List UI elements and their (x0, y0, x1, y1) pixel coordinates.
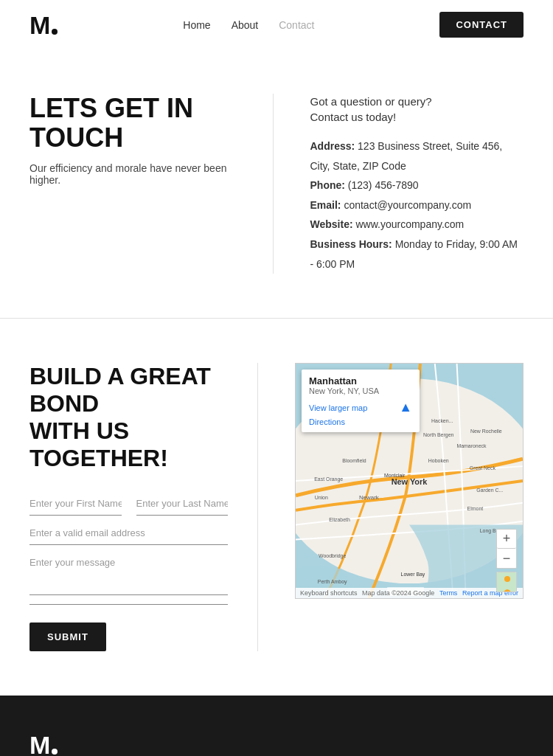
logo-dot (52, 29, 58, 35)
svg-text:Garden C...: Garden C... (476, 488, 503, 493)
map-footer: Keyboard shortcuts Map data ©2024 Google… (296, 588, 523, 598)
nav-links: Home About Contact (183, 19, 314, 31)
map-popup: Manhattan New York, NY, USA View larger … (302, 370, 420, 432)
submit-button[interactable]: SUBMIT (29, 623, 106, 651)
email-value: contact@yourcompany.com (344, 199, 471, 211)
zoom-out-button[interactable]: − (497, 549, 516, 568)
footer: M ADDRESS 123 Business Street, Suite 456… (0, 696, 553, 756)
map-popup-title: Manhattan (309, 375, 412, 386)
contact-hero-subtext: Our efficiency and morale have never bee… (29, 162, 243, 186)
svg-text:North Bergen: North Bergen (423, 433, 453, 439)
address-label: Address: (310, 140, 355, 152)
contact-info: Address: 123 Business Street, Suite 456,… (310, 136, 524, 274)
bond-heading: BUILD A GREAT BOND WITH US TOGETHER! (29, 363, 228, 471)
svg-text:Mamaroneck: Mamaroneck (456, 443, 487, 448)
email-field-wrap (29, 521, 228, 545)
logo: M (29, 13, 58, 38)
map-zoom-controls: + − (496, 529, 517, 569)
name-row (29, 492, 228, 516)
svg-text:Union: Union (315, 495, 328, 500)
hours-row: Business Hours: Monday to Friday, 9:00 A… (310, 235, 524, 274)
bond-left: BUILD A GREAT BOND WITH US TOGETHER! SUB… (29, 363, 258, 651)
zoom-in-button[interactable]: + (497, 530, 516, 549)
map-popup-actions: View larger map ▲ (309, 400, 412, 415)
svg-text:New Rochelle: New Rochelle (470, 429, 502, 434)
svg-rect-23 (497, 572, 517, 592)
first-name-input[interactable] (29, 492, 122, 516)
last-name-input[interactable] (136, 492, 229, 516)
footer-logo-dot (52, 749, 58, 755)
website-row: Website: www.yourcompany.com (310, 215, 524, 235)
svg-point-24 (504, 576, 510, 582)
map-data-text: Map data ©2024 Google (362, 589, 434, 597)
svg-text:Lower Bay: Lower Bay (401, 572, 425, 578)
svg-text:Hoboken: Hoboken (428, 458, 449, 463)
first-name-field (29, 492, 122, 516)
email-label: Email: (310, 199, 341, 211)
view-larger-map-link[interactable]: View larger map (309, 403, 367, 412)
svg-text:Bloomfield: Bloomfield (342, 458, 366, 463)
email-row: Email: contact@yourcompany.com (310, 195, 524, 215)
contact-form: SUBMIT (29, 492, 228, 651)
nav-contact[interactable]: Contact (279, 19, 314, 31)
address-row: Address: 123 Business Street, Suite 456,… (310, 136, 524, 176)
directions-icon[interactable]: ▲ (399, 400, 412, 415)
svg-text:New York: New York (392, 477, 428, 486)
email-input[interactable] (29, 521, 228, 545)
website-label: Website: (310, 218, 353, 230)
contact-query: Got a question or query? Contact us toda… (310, 94, 524, 125)
nav-cta-button[interactable]: CONTACT (439, 12, 524, 38)
svg-text:East Orange: East Orange (314, 476, 343, 482)
nav-home[interactable]: Home (183, 19, 210, 31)
website-value: www.yourcompany.com (355, 218, 464, 230)
svg-text:Woodbridge: Woodbridge (319, 553, 346, 559)
phone-value: (123) 456-7890 (348, 179, 419, 191)
nav-about[interactable]: About (232, 19, 259, 31)
contact-hero-right: Got a question or query? Contact us toda… (274, 94, 524, 274)
svg-text:Newark: Newark (359, 494, 379, 501)
svg-text:Montclair: Montclair (384, 473, 406, 478)
street-view-icon (497, 572, 517, 592)
message-field-wrap (29, 551, 228, 598)
last-name-field (136, 492, 229, 516)
message-textarea[interactable] (29, 551, 228, 595)
bond-section: BUILD A GREAT BOND WITH US TOGETHER! SUB… (0, 319, 553, 696)
contact-hero-section: LETS GET IN TOUCH Our efficiency and mor… (0, 49, 553, 319)
phone-row: Phone: (123) 456-7890 (310, 176, 524, 195)
contact-hero-heading: LETS GET IN TOUCH (29, 94, 243, 152)
hours-label: Business Hours: (310, 238, 392, 250)
street-view-button[interactable] (496, 572, 517, 592)
map-keyboard-shortcuts: Keyboard shortcuts (300, 589, 358, 597)
svg-text:Great Neck: Great Neck (470, 465, 496, 471)
footer-logo: M (29, 732, 524, 756)
map-container[interactable]: New York Newark Bloomfield Hoboken Mamar… (295, 363, 524, 599)
map-terms[interactable]: Terms (439, 589, 458, 597)
map-popup-sub: New York, NY, USA (309, 386, 412, 395)
svg-text:Elizabeth: Elizabeth (329, 517, 350, 522)
phone-label: Phone: (310, 179, 345, 191)
svg-text:Elmont: Elmont (467, 506, 484, 511)
form-divider (29, 604, 228, 605)
contact-hero-left: LETS GET IN TOUCH Our efficiency and mor… (29, 94, 274, 274)
bond-right: New York Newark Bloomfield Hoboken Mamar… (258, 363, 524, 651)
svg-text:Perth Amboy: Perth Amboy (318, 579, 347, 585)
svg-text:Hacken...: Hacken... (431, 418, 453, 423)
directions-text[interactable]: Directions (309, 417, 412, 426)
navbar: M Home About Contact CONTACT (0, 0, 553, 49)
